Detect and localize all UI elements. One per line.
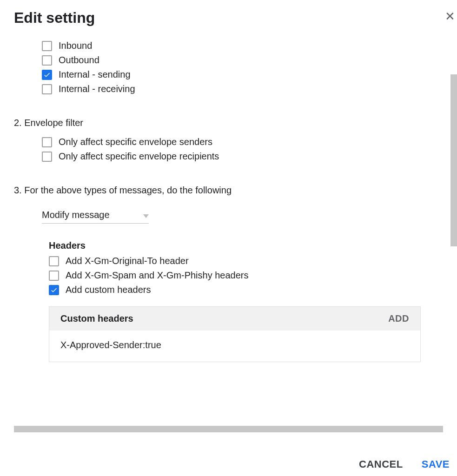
checkbox-row-inbound[interactable]: Inbound	[42, 40, 443, 51]
checkbox-xgm-original-to[interactable]	[49, 256, 59, 266]
checkbox-internal-receiving[interactable]	[42, 84, 52, 94]
checkbox-custom-headers[interactable]	[49, 285, 59, 295]
dialog-header: Edit setting	[0, 0, 457, 26]
vertical-scrollbar-thumb[interactable]	[450, 74, 457, 246]
custom-header-item[interactable]: X-Approved-Sender:true	[60, 340, 409, 350]
custom-headers-panel: Custom headers ADD X-Approved-Sender:tru…	[49, 306, 421, 362]
chevron-down-icon	[143, 210, 149, 220]
checkbox-xgm-spam-phishy[interactable]	[49, 271, 59, 281]
action-select-value: Modify message	[42, 210, 110, 220]
dialog-title: Edit setting	[14, 9, 443, 26]
checkbox-outbound[interactable]	[42, 55, 52, 66]
checkbox-label: Internal - sending	[59, 69, 131, 80]
checkbox-row-xgm-spam-phishy[interactable]: Add X-Gm-Spam and X-Gm-Phishy headers	[49, 270, 443, 281]
checkbox-row-internal-receiving[interactable]: Internal - receiving	[42, 84, 443, 94]
checkbox-label: Add X-Gm-Spam and X-Gm-Phishy headers	[66, 270, 249, 281]
checkbox-row-custom-headers[interactable]: Add custom headers	[49, 284, 443, 295]
envelope-filter-section: 2. Envelope filter Only affect specific …	[14, 118, 443, 162]
action-select[interactable]: Modify message	[42, 207, 149, 224]
horizontal-scrollbar-thumb[interactable]	[14, 426, 443, 432]
envelope-filter-list: Only affect specific envelope senders On…	[14, 137, 443, 162]
checkbox-row-envelope-recipients[interactable]: Only affect specific envelope recipients	[42, 151, 443, 162]
checkbox-envelope-recipients[interactable]	[42, 152, 52, 162]
dialog-footer: CANCEL SAVE	[359, 458, 450, 470]
checkbox-row-envelope-senders[interactable]: Only affect specific envelope senders	[42, 137, 443, 147]
checkbox-row-xgm-original-to[interactable]: Add X-Gm-Original-To header	[49, 256, 443, 266]
checkbox-envelope-senders[interactable]	[42, 137, 52, 147]
add-custom-header-button[interactable]: ADD	[388, 313, 409, 324]
headers-subheading: Headers	[14, 240, 443, 251]
checkbox-internal-sending[interactable]	[42, 70, 52, 80]
checkbox-label: Outbound	[59, 55, 99, 66]
message-type-list: Inbound Outbound Internal - sending	[14, 40, 443, 94]
action-select-wrap: Modify message	[14, 207, 443, 224]
custom-headers-body: X-Approved-Sender:true	[49, 331, 420, 362]
action-section: 3. For the above types of messages, do t…	[14, 185, 443, 362]
section-title-action: 3. For the above types of messages, do t…	[14, 185, 443, 196]
edit-setting-dialog: ✕ Edit setting Inbound Outbound	[0, 0, 457, 476]
checkbox-label: Add X-Gm-Original-To header	[66, 256, 189, 266]
checkbox-label: Inbound	[59, 40, 92, 51]
save-button[interactable]: SAVE	[422, 458, 450, 470]
check-icon	[43, 71, 51, 79]
close-button[interactable]: ✕	[443, 8, 457, 24]
headers-options-list: Add X-Gm-Original-To header Add X-Gm-Spa…	[14, 256, 443, 295]
custom-headers-title: Custom headers	[60, 313, 133, 324]
check-icon	[50, 286, 58, 294]
close-icon: ✕	[445, 9, 455, 23]
checkbox-label: Only affect specific envelope senders	[59, 137, 212, 147]
checkbox-row-outbound[interactable]: Outbound	[42, 55, 443, 66]
custom-headers-header: Custom headers ADD	[49, 307, 420, 331]
checkbox-label: Internal - receiving	[59, 84, 135, 94]
message-type-section: Inbound Outbound Internal - sending	[14, 40, 443, 94]
section-title-envelope: 2. Envelope filter	[14, 118, 443, 128]
checkbox-label: Add custom headers	[66, 284, 151, 295]
checkbox-label: Only affect specific envelope recipients	[59, 151, 219, 162]
checkbox-inbound[interactable]	[42, 41, 52, 51]
dialog-body: Inbound Outbound Internal - sending	[0, 26, 457, 417]
cancel-button[interactable]: CANCEL	[359, 458, 403, 470]
checkbox-row-internal-sending[interactable]: Internal - sending	[42, 69, 443, 80]
